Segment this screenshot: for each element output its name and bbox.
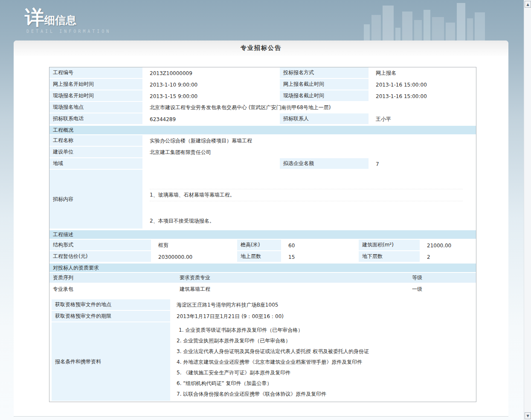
qualification-cell: 建筑幕墙工程 <box>180 284 412 295</box>
materials-item: 6. “组织机构代码证” 复印件（加盖公章） <box>177 378 476 389</box>
table-row-bid-content: 招标内容 1、玻璃幕墙、石材幕墙等幕墙工程。 2、本项目不接受现场报名。 <box>49 170 476 229</box>
content-panel: 专业招标公告 工程编号 2013Z10000009 投标报名方式 网上报名 网上… <box>14 41 508 417</box>
skyline-building <box>424 10 430 41</box>
table-row: 结构形式 框剪 檐高(米) 60 建筑面积(m²) 21000.00 <box>49 240 476 251</box>
table-row-materials: 报名条件和携带资料 1. 企业资质等级证书副本原件及复印件（已年审合格） 2. … <box>49 322 476 402</box>
row-label: 招标联系电话 <box>49 113 143 125</box>
qualification-cell: 专业承包 <box>49 284 180 295</box>
page-header: 详细信息 DETAIL INFORMATION <box>0 0 524 41</box>
row-value: 7 <box>369 158 476 170</box>
row-label: 工程名称 <box>49 135 143 147</box>
row-value: 2013-1-15 9:00:00 <box>143 90 280 102</box>
table-row: 获取资格预审文件的地点 海淀区王庄路1号清华同方科技广场B座1005 <box>49 299 476 311</box>
row-value: 王小平 <box>369 113 476 125</box>
scroll-down-button[interactable]: ▼ <box>525 412 531 419</box>
table-row: 地域 拟选企业名额 7 <box>49 158 476 170</box>
row-value: 62344289 <box>143 113 280 125</box>
materials-item: 5. 《建筑施工安全生产许可证》副本原件及复印件 <box>177 368 476 378</box>
row-label: 投标报名方式 <box>280 67 369 79</box>
row-label: 招标联系人 <box>280 113 369 125</box>
table-row: 现场报名开始时间 2013-1-15 9:00:00 现场报名截止时间 2013… <box>49 90 476 102</box>
row-label: 现场报名地点 <box>49 102 143 113</box>
materials-item: 3. 企业法定代表人身份证明及其身份证或法定代表人委托授 权书及被委托人的身份证 <box>177 346 476 357</box>
qualification-data-row: 专业承包 建筑幕墙工程 一级 <box>49 284 476 295</box>
skyline-building <box>457 3 465 41</box>
row-value: 20300000.00 <box>152 251 237 263</box>
row-value: 北京建工集团有限责任公司 <box>143 147 476 158</box>
skyline-building <box>402 12 412 41</box>
row-value: 2013年1月17日至1月21日 (9：00至16：00) <box>171 311 476 322</box>
skyline-building <box>371 15 381 41</box>
row-label: 网上报名开始时间 <box>49 79 143 90</box>
row-label: 报名条件和携带资料 <box>52 322 171 402</box>
row-value: 60 <box>282 240 359 251</box>
row-label: 拟选企业名额 <box>280 158 369 170</box>
skyline-building <box>467 18 473 41</box>
row-value: 海淀区王庄路1号清华同方科技广场B座1005 <box>171 299 476 311</box>
materials-item: 7. 以联合体身份报名的企业还应携带《联合体协议》原件及复印件 <box>177 389 476 400</box>
city-skyline-graphic <box>364 0 505 41</box>
site-logo: 详细信息 <box>25 8 76 27</box>
row-value: 2 <box>421 251 476 263</box>
bid-content-value: 1、玻璃幕墙、石材幕墙等幕墙工程。 2、本项目不接受现场报名。 <box>143 170 476 229</box>
row-value: 北京市建设工程专业劳务发包承包交易中心 (宣武区广安门南街甲68号地上一层) <box>143 102 476 113</box>
row-label: 获取资格预审文件的地点 <box>52 299 171 311</box>
row-label: 获取资格预审文件的期限 <box>52 311 171 322</box>
row-value: 2013-1-16 15:00:00 <box>369 79 476 90</box>
qualification-cell: 一级 <box>412 284 476 295</box>
row-value: 2013-1-10 9:00:00 <box>143 79 280 90</box>
skyline-building <box>383 6 394 41</box>
row-label: 建设单位 <box>49 147 143 158</box>
table-row: 招标联系电话 62344289 招标联系人 王小平 <box>49 113 476 125</box>
logo-main-char: 详 <box>25 6 44 29</box>
row-label: 地上层数 <box>237 251 282 263</box>
scroll-up-icon: ▲ <box>526 3 529 6</box>
skyline-building <box>395 28 400 41</box>
row-label: 地下层数 <box>359 251 421 263</box>
section-header-overview: 工程概况 <box>49 125 476 135</box>
page-title: 专业招标公告 <box>241 44 281 52</box>
row-value: 2013Z10000009 <box>143 67 280 79</box>
row-value: 网上报名 <box>369 67 476 79</box>
row-label: 工程编号 <box>49 67 143 79</box>
qualification-header-row: 资质序列 要求资质专业 等级 <box>49 273 476 284</box>
materials-item: 1. 企业资质等级证书副本原件及复印件（已年审合格） <box>177 325 476 336</box>
announcement-table: 工程编号 2013Z10000009 投标报名方式 网上报名 网上报名开始时间 … <box>49 67 476 402</box>
table-row: 建设单位 北京建工集团有限责任公司 <box>49 147 476 158</box>
row-label: 网上报名截止时间 <box>280 79 369 90</box>
row-label: 结构形式 <box>49 240 152 251</box>
skyline-building <box>432 17 444 41</box>
qualification-col-header: 要求资质专业 <box>180 274 412 281</box>
scroll-up-button[interactable]: ▲ <box>525 1 531 8</box>
skyline-building <box>475 12 485 41</box>
qualification-col-header: 等级 <box>412 274 476 281</box>
skyline-building <box>446 23 455 41</box>
row-label: 工程暂估价(元) <box>49 251 152 263</box>
table-row: 现场报名地点 北京市建设工程专业劳务发包承包交易中心 (宣武区广安门南街甲68号… <box>49 102 476 113</box>
bid-content-line: 2、本项目不接受现场报名。 <box>150 217 476 225</box>
row-value <box>143 158 280 170</box>
row-label: 现场报名截止时间 <box>280 90 369 102</box>
row-label: 招标内容 <box>49 170 143 229</box>
bid-content-line: 1、玻璃幕墙、石材幕墙等幕墙工程。 <box>150 189 463 201</box>
row-value: 2013-1-16 15:00:00 <box>369 90 476 102</box>
row-label: 檐高(米) <box>237 240 282 251</box>
materials-list: 1. 企业资质等级证书副本原件及复印件（已年审合格） 2. 企业营业执照副本原件… <box>171 322 476 402</box>
row-value: 15 <box>282 251 359 263</box>
panel-titlebar: 专业招标公告 <box>14 41 508 56</box>
table-row: 获取资格预审文件的期限 2013年1月17日至1月21日 (9：00至16：00… <box>49 311 476 322</box>
table-row: 工程编号 2013Z10000009 投标报名方式 网上报名 <box>49 67 476 79</box>
skyline-building <box>364 24 370 41</box>
skyline-building <box>414 20 422 41</box>
row-label: 现场报名开始时间 <box>49 90 143 102</box>
section-header-description: 工程描述 <box>49 229 476 240</box>
materials-item: 4. 外地进京建筑业企业还应携带《北京市建筑业企业档案管理手册》原件及复印件 <box>177 357 476 368</box>
logo-rest-text: 细信息 <box>44 14 76 26</box>
qualification-col-header: 资质序列 <box>49 274 180 281</box>
row-spacer <box>49 295 476 299</box>
vertical-scrollbar[interactable]: ▲ ▼ <box>524 0 531 420</box>
materials-item: 2. 企业营业执照副本原件及复印件（已年审合格） <box>177 336 476 346</box>
row-value: 21000.00 <box>421 240 476 251</box>
row-label: 建筑面积(m²) <box>359 240 421 251</box>
row-value: 实验办公综合楼（新建综合楼项目）幕墙工程 <box>143 135 476 147</box>
